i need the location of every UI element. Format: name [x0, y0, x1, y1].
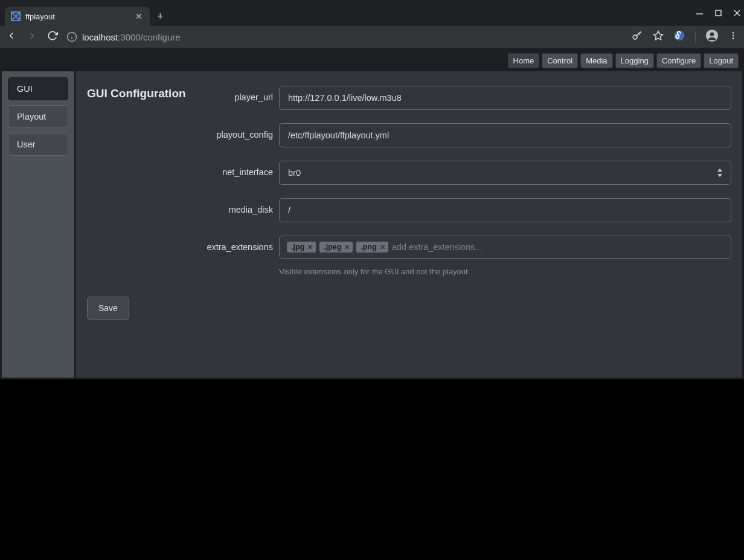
input-extra-extensions[interactable]: .jpg ✕ .jpeg ✕ .png ✕ add extra: [279, 236, 731, 259]
svg-point-18: [733, 32, 734, 34]
tag-item: .jpeg ✕: [319, 242, 353, 253]
window-minimize-icon[interactable]: [696, 10, 703, 18]
nav-reload-icon[interactable]: [47, 30, 58, 43]
svg-rect-4: [716, 10, 721, 16]
svg-line-12: [640, 32, 641, 33]
browser-tab[interactable]: ffplayout ✕: [5, 7, 150, 26]
toolbar-divider: [695, 31, 696, 43]
window-close-icon[interactable]: [734, 10, 740, 18]
sidebar: GUI Playout User: [2, 71, 74, 378]
content-panel: GUI Configuration player_url playout_con…: [76, 71, 742, 378]
svg-line-13: [639, 34, 640, 35]
label-extra-extensions: extra_extensions: [87, 236, 279, 252]
nav-logout[interactable]: Logout: [704, 53, 739, 68]
tab-close-icon[interactable]: ✕: [134, 12, 144, 21]
tag-item: .png ✕: [356, 242, 388, 253]
label-media-disk: media_disk: [87, 198, 279, 214]
tab-title: ffplayout: [25, 12, 129, 21]
sidebar-item-gui[interactable]: GUI: [8, 77, 68, 100]
viewport-empty: [0, 379, 744, 560]
url-input[interactable]: localhost:3000/configure: [66, 31, 623, 42]
nav-media[interactable]: Media: [580, 53, 612, 68]
browser-menu-icon[interactable]: [728, 31, 738, 43]
app-root: Home Control Media Logging Configure Log…: [0, 48, 744, 379]
tab-favicon-icon: [11, 11, 21, 21]
svg-point-20: [733, 37, 734, 39]
svg-marker-14: [654, 31, 663, 40]
tag-remove-icon[interactable]: ✕: [344, 244, 350, 251]
tag-remove-icon[interactable]: ✕: [307, 244, 313, 251]
tags-placeholder: add extra_extensions...: [392, 242, 483, 252]
svg-point-10: [633, 35, 637, 39]
nav-forward-icon: [27, 30, 37, 43]
window-controls: [696, 10, 740, 18]
help-extra-extensions: Visible extensions only for the GUI and …: [279, 267, 731, 276]
nav-back-icon[interactable]: [6, 30, 17, 43]
bookmark-star-icon[interactable]: [653, 30, 664, 43]
label-player-url: player_url: [202, 86, 279, 102]
nav-logging[interactable]: Logging: [615, 53, 654, 68]
nav-home[interactable]: Home: [508, 53, 540, 68]
select-net-interface[interactable]: br0: [279, 161, 731, 185]
sidebar-item-playout[interactable]: Playout: [8, 105, 68, 128]
site-info-icon[interactable]: [66, 31, 77, 42]
top-nav: Home Control Media Logging Configure Log…: [2, 50, 742, 71]
password-key-icon[interactable]: [631, 30, 643, 44]
nav-configure[interactable]: Configure: [656, 53, 701, 68]
nav-control[interactable]: Control: [542, 53, 578, 68]
tag-item: .jpg ✕: [287, 242, 316, 253]
svg-point-19: [733, 35, 734, 37]
input-playout-config[interactable]: [279, 123, 731, 147]
input-media-disk[interactable]: [279, 198, 731, 222]
svg-line-11: [637, 31, 641, 36]
url-path: :3000/configure: [118, 32, 180, 42]
save-button[interactable]: Save: [87, 297, 129, 320]
label-net-interface: net_interface: [87, 161, 279, 177]
input-player-url[interactable]: [279, 86, 731, 110]
profile-avatar-icon[interactable]: [705, 29, 719, 45]
sidebar-item-user[interactable]: User: [8, 133, 68, 156]
browser-tab-strip: ffplayout ✕ +: [0, 5, 744, 26]
extension-fedora-icon[interactable]: [673, 30, 685, 44]
new-tab-button[interactable]: +: [150, 7, 171, 26]
svg-point-17: [710, 33, 714, 36]
page-title: GUI Configuration: [87, 87, 202, 100]
tag-remove-icon[interactable]: ✕: [380, 244, 385, 251]
browser-address-bar: localhost:3000/configure: [0, 26, 744, 48]
url-host: localhost: [82, 32, 118, 42]
window-titlebar: [0, 0, 744, 5]
window-maximize-icon[interactable]: [715, 10, 722, 18]
label-playout-config: playout_config: [87, 123, 279, 140]
